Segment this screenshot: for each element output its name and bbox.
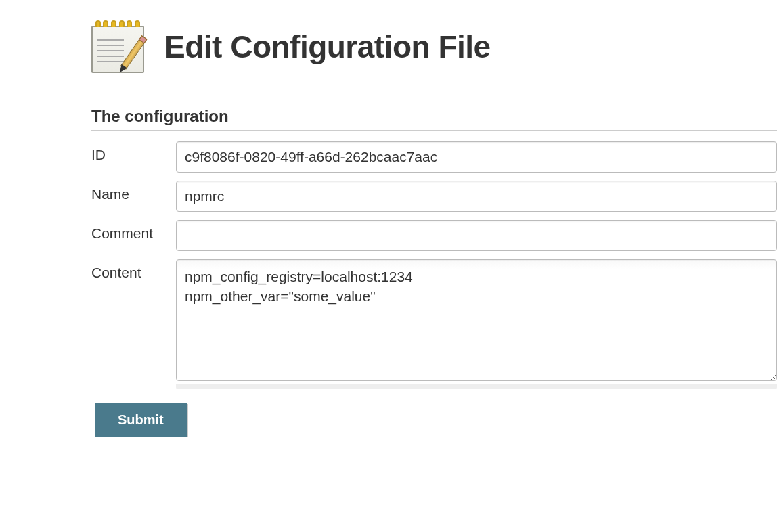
name-label: Name	[91, 177, 176, 216]
submit-button[interactable]: Submit	[95, 403, 187, 437]
id-label: ID	[91, 137, 176, 177]
comment-label: Comment	[91, 216, 176, 255]
page-header: Edit Configuration File	[91, 20, 777, 73]
comment-field[interactable]	[176, 220, 777, 251]
id-field[interactable]	[176, 141, 777, 173]
section-title: The configuration	[91, 107, 777, 131]
name-field[interactable]	[176, 181, 777, 212]
notepad-edit-icon	[91, 20, 144, 73]
content-field[interactable]	[176, 259, 777, 381]
content-label: Content	[91, 255, 176, 393]
page-title: Edit Configuration File	[164, 28, 491, 65]
config-form: ID Name Comment Content	[91, 137, 777, 393]
